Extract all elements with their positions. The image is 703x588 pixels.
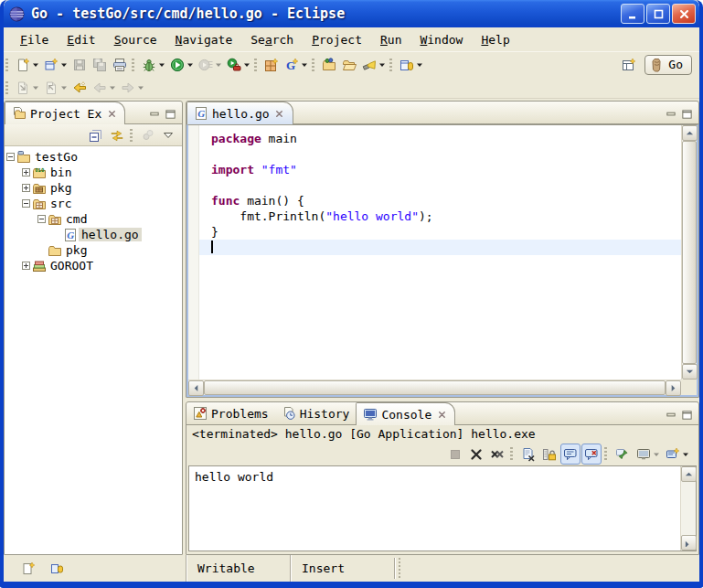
scroll-down-icon[interactable]: [682, 364, 698, 380]
mark-occurrences-button[interactable]: [397, 54, 425, 75]
tree-item-cmd[interactable]: cmd: [5, 211, 182, 227]
remove-all-button[interactable]: [487, 444, 507, 465]
dropdown-arrow-icon[interactable]: [31, 80, 39, 95]
dropdown-arrow-icon[interactable]: [136, 80, 144, 95]
dropdown-arrow-icon[interactable]: [300, 58, 308, 72]
save-all-button[interactable]: [90, 54, 110, 75]
tree-item-goroot[interactable]: GOROOT: [5, 258, 182, 273]
console-vertical-scrollbar[interactable]: [680, 466, 696, 551]
close-view-icon[interactable]: [435, 408, 448, 421]
close-view-icon[interactable]: [105, 107, 118, 120]
editor-vertical-scrollbar[interactable]: [681, 125, 697, 380]
open-resource-button[interactable]: [339, 54, 359, 75]
dropdown-arrow-icon[interactable]: [378, 58, 386, 72]
scroll-up-icon[interactable]: [682, 125, 698, 141]
menu-run[interactable]: Run: [371, 30, 410, 49]
dropdown-arrow-icon[interactable]: [108, 80, 116, 95]
scroll-up-icon[interactable]: [681, 466, 697, 482]
tab-history[interactable]: History: [275, 402, 357, 424]
dropdown-arrow-icon[interactable]: [59, 80, 68, 95]
expander-plus-icon[interactable]: [20, 258, 32, 273]
expander-minus-icon[interactable]: [36, 211, 48, 227]
expander-plus-icon[interactable]: [20, 165, 32, 180]
tab-hello-go[interactable]: G hello.go: [186, 102, 293, 124]
scrollbar-thumb[interactable]: [204, 380, 666, 395]
forward-button[interactable]: [118, 77, 146, 98]
tree-item-src[interactable]: src: [5, 196, 182, 211]
maximize-console-button[interactable]: [680, 409, 694, 421]
new-go-app-button[interactable]: [261, 54, 282, 75]
minimize-editor-button[interactable]: [664, 108, 677, 120]
trim-new-button[interactable]: [18, 558, 38, 579]
run-button[interactable]: [167, 54, 196, 75]
console-output[interactable]: hello world: [189, 466, 680, 551]
tree-item-bin[interactable]: 010bin: [5, 165, 182, 180]
trim-mark-button[interactable]: [48, 558, 68, 579]
remove-launch-button[interactable]: [466, 444, 486, 465]
close-button[interactable]: [672, 4, 696, 24]
menu-file[interactable]: File: [11, 30, 58, 49]
dropdown-arrow-icon[interactable]: [31, 58, 39, 72]
tab-console[interactable]: Console: [356, 402, 455, 425]
prev-annotation-button[interactable]: [41, 77, 69, 98]
maximize-editor-button[interactable]: [680, 108, 694, 120]
tree-item-pkg[interactable]: pkg: [5, 180, 182, 196]
pin-console-button[interactable]: [612, 444, 633, 465]
search-button[interactable]: [359, 54, 388, 75]
minimize-button[interactable]: [621, 4, 644, 24]
menu-window[interactable]: Window: [410, 30, 472, 49]
open-plugin-button[interactable]: [319, 54, 339, 75]
clear-console-button[interactable]: [518, 444, 538, 465]
scrollbar-thumb[interactable]: [682, 141, 697, 364]
code-area[interactable]: package mainimport "fmt"func main() { fm…: [199, 125, 681, 380]
title-bar[interactable]: Go - testGo/src/cmd/hello.go - Eclipse: [4, 0, 699, 27]
tree-item-testgo[interactable]: testGo: [5, 149, 182, 165]
scroll-lock-button[interactable]: [539, 444, 559, 465]
tab-project-explorer[interactable]: Project Ex: [5, 102, 125, 124]
scroll-left-icon[interactable]: [188, 380, 204, 396]
new-file-button[interactable]: [13, 54, 41, 75]
back-button[interactable]: [90, 77, 118, 98]
open-perspective-button[interactable]: [619, 54, 639, 75]
minimize-console-button[interactable]: [664, 409, 677, 421]
terminate-button[interactable]: [445, 444, 465, 465]
tab-problems[interactable]: Problems: [186, 402, 275, 424]
next-annotation-button[interactable]: [13, 77, 41, 98]
editor-horizontal-scrollbar[interactable]: [188, 380, 681, 395]
maximize-button[interactable]: [646, 4, 670, 24]
link-editor-button[interactable]: [107, 124, 127, 145]
dropdown-arrow-icon[interactable]: [652, 447, 660, 462]
dropdown-arrow-icon[interactable]: [415, 58, 423, 72]
go-wizard-button[interactable]: G: [282, 54, 310, 75]
collapse-all-button[interactable]: [86, 124, 106, 145]
stderr-button[interactable]: [581, 444, 602, 465]
minimize-view-button[interactable]: [147, 108, 161, 120]
new-wizard-button[interactable]: [41, 54, 69, 75]
debug-button[interactable]: [139, 54, 167, 75]
dropdown-arrow-icon[interactable]: [59, 58, 68, 72]
menu-source[interactable]: Source: [105, 30, 166, 49]
dropdown-arrow-icon[interactable]: [157, 58, 165, 72]
tree-item-pkg[interactable]: pkg: [5, 242, 182, 258]
expander-plus-icon[interactable]: [20, 180, 32, 196]
run-history-button[interactable]: [196, 54, 224, 75]
expander-minus-icon[interactable]: [5, 149, 16, 165]
dropdown-arrow-icon[interactable]: [186, 58, 194, 72]
go-perspective-button[interactable]: Go: [644, 55, 692, 75]
external-tools-button[interactable]: [224, 54, 252, 75]
view-menu-button[interactable]: [159, 124, 179, 145]
display-console-button[interactable]: [634, 444, 662, 465]
menu-project[interactable]: Project: [303, 30, 371, 49]
scroll-right-icon[interactable]: [666, 380, 681, 396]
menu-help[interactable]: Help: [472, 30, 518, 49]
last-edit-button[interactable]: [69, 77, 90, 98]
maximize-view-button[interactable]: [164, 108, 177, 120]
menu-edit[interactable]: Edit: [58, 30, 104, 49]
close-editor-icon[interactable]: [273, 107, 286, 120]
save-button[interactable]: [69, 54, 90, 75]
tree-item-hello-go[interactable]: Ghello.go: [5, 227, 182, 242]
dropdown-arrow-icon[interactable]: [214, 58, 222, 72]
menu-navigate[interactable]: Navigate: [166, 30, 242, 49]
dropdown-arrow-icon[interactable]: [242, 58, 250, 72]
expander-minus-icon[interactable]: [20, 196, 32, 211]
